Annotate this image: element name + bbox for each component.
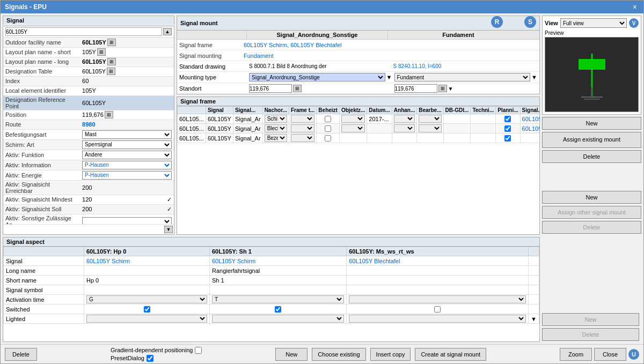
bottom-new-button[interactable]: New: [275, 348, 308, 361]
standort-input1[interactable]: [249, 84, 292, 93]
signal-mounting-row: Signal mounting Fundament: [177, 50, 539, 61]
assign-other-button[interactable]: Assign other signal mount: [542, 206, 641, 219]
view-dropdown[interactable]: Full view Simple view: [560, 18, 627, 28]
frame-row2-planni[interactable]: [504, 125, 511, 132]
standard-drawing-val2: S 8240.11.10, l=600: [393, 63, 538, 69]
switched-3[interactable]: [434, 306, 441, 313]
standort-btn2[interactable]: ⊞: [438, 85, 447, 92]
activation-time-1[interactable]: G: [86, 295, 207, 303]
switched-2[interactable]: [275, 306, 281, 313]
table-row: Route 8980: [3, 120, 174, 129]
aspect-signal-val3: 60L105Y Blechtafel: [347, 256, 529, 266]
zoom-button[interactable]: Zoom: [560, 348, 592, 361]
layout-short-btn[interactable]: ⊞: [97, 48, 106, 56]
insert-copy-button[interactable]: Insert copy: [370, 348, 411, 361]
outdoor-facility-btn[interactable]: ⊞: [107, 39, 116, 46]
signal-id-input[interactable]: [5, 27, 162, 36]
signalsicht-erreichbar-value: 200: [82, 184, 92, 191]
badge-u: U: [628, 349, 639, 360]
frame-row1-nachor[interactable]: Schi: [265, 115, 287, 123]
signal-aspect-header: Signal aspect: [3, 237, 539, 247]
preset-label: PresetDialog: [111, 355, 144, 361]
mount-new-button[interactable]: New: [542, 117, 641, 130]
frame-row1-anhan[interactable]: [394, 115, 415, 123]
signal-aspect-panel: Signal aspect 60L105Y: Hp 0 60L105Y: Sh …: [3, 237, 540, 342]
table-row: Aktiv: Funktion Andere: [3, 150, 174, 160]
frame-row2-objekt[interactable]: [341, 124, 365, 132]
view-section: View Full view Simple view V Preview: [542, 16, 641, 115]
lighted-1[interactable]: [86, 315, 207, 323]
gradient-label: Gradient-dependent positioning: [111, 347, 193, 353]
aktiv-information-select[interactable]: P-Hausen: [82, 161, 172, 169]
mounting-type-select2[interactable]: Fundament: [394, 73, 531, 81]
layout-long-btn[interactable]: ⊞: [107, 58, 116, 65]
table-row: 60L105... 60L105Y Signal_Ar Blecl: [178, 124, 540, 133]
position-btn[interactable]: ⊞: [105, 111, 113, 118]
switched-1[interactable]: [144, 306, 150, 313]
frame-row3-nachor[interactable]: Beze: [265, 134, 287, 142]
aspect-shortname-val1: Hp 0: [84, 276, 210, 285]
aspect-new-button[interactable]: New: [542, 313, 639, 326]
sonstige-select[interactable]: [82, 217, 172, 225]
signal-frame-value: 60L105Y Schirm, 60L105Y Blechtafel: [244, 42, 537, 48]
route-value: 8980: [82, 121, 95, 128]
aktiv-energie-select[interactable]: P-Hausen: [82, 171, 172, 180]
frame-row2-nachor[interactable]: Blecl: [265, 124, 287, 132]
frame-row1-check[interactable]: [325, 116, 331, 122]
activation-time-2[interactable]: T: [212, 295, 344, 303]
frame-row2-check[interactable]: [325, 125, 331, 132]
create-at-signal-mount-button[interactable]: Create at signal mount: [415, 348, 486, 361]
aspect-signal-val1: 60L105Y Schirm: [84, 256, 210, 266]
bottom-buttons-bar: Delete Gradient-dependent positioning Pr…: [1, 344, 643, 363]
frame-row3-frame[interactable]: [291, 134, 314, 142]
lighted-3[interactable]: [349, 315, 526, 323]
frame-row1-objekt[interactable]: [341, 115, 365, 123]
frame-delete-button[interactable]: Delete: [542, 221, 641, 234]
frame-table: Signal Signal... Nachor... Frame t... Be…: [177, 106, 539, 143]
frame-row3-planni[interactable]: [504, 135, 511, 142]
mount-col2-header: Fundament: [388, 31, 529, 39]
gradient-checkbox[interactable]: [195, 347, 202, 354]
preset-checkbox[interactable]: [147, 355, 153, 362]
preview-signal: [579, 59, 605, 70]
close-button[interactable]: Close: [594, 348, 626, 361]
table-row: Layout plan name - long 60L105Y⊞: [3, 57, 174, 66]
index-value: 60: [82, 78, 89, 84]
signal-scroll-up[interactable]: ▲: [163, 28, 172, 35]
frame-new-button[interactable]: New: [542, 191, 641, 204]
frame-action-buttons: New Assign other signal mount Delete: [542, 191, 641, 235]
schirm-art-select[interactable]: Sperrsignal: [82, 140, 172, 149]
mounting-type-select1[interactable]: Signal_Anordnung_Sonstige: [249, 73, 385, 81]
mount-col1-header: Signal_Anordnung_Sonstige: [247, 31, 388, 39]
aspect-delete-button[interactable]: Delete: [542, 328, 639, 341]
frame-row2-frame[interactable]: [291, 124, 314, 132]
assign-existing-button[interactable]: Assign existing mount: [542, 132, 641, 148]
activation-time-3[interactable]: [349, 295, 526, 303]
frame-row3-check[interactable]: [325, 135, 331, 142]
aktiv-funktion-select[interactable]: Andere: [82, 151, 172, 159]
signal-scroll-down[interactable]: ▼: [164, 226, 173, 233]
table-row: Befestigungsart Mast: [3, 129, 174, 139]
view-label: View: [545, 20, 558, 26]
mount-delete-button[interactable]: Delete: [542, 150, 641, 163]
frame-table-container: Signal Signal... Nachor... Frame t... Be…: [177, 106, 539, 234]
bottom-delete-button[interactable]: Delete: [5, 348, 37, 361]
frame-row2-bearbe[interactable]: [419, 124, 441, 132]
frame-row2-anhan[interactable]: [394, 124, 415, 132]
main-window: Signals - EPU × Signal ▲ Outdoor facilit…: [0, 0, 644, 364]
standort-input2[interactable]: [394, 84, 437, 93]
frame-row1-planni[interactable]: [504, 116, 511, 122]
frame-row1-bearbe[interactable]: [419, 115, 441, 123]
designation-table-btn[interactable]: ⊞: [107, 68, 115, 75]
choose-existing-button[interactable]: Choose existing: [312, 348, 365, 361]
frame-row1-frame[interactable]: [291, 115, 314, 123]
badge-r: R: [491, 16, 503, 28]
table-row: Aktiv: Sonstige Zulässige An...: [3, 214, 174, 224]
befestigungsart-select[interactable]: Mast: [82, 130, 172, 139]
lighted-2[interactable]: [212, 315, 344, 323]
aspect-shortname-val2: Sh 1: [210, 276, 347, 285]
table-row: Signal 60L105Y Schirm 60L105Y Schirm 60L…: [4, 256, 539, 266]
standort-btn1[interactable]: ⊞: [293, 85, 302, 92]
preview-box: [545, 37, 639, 112]
close-window-button[interactable]: ×: [631, 3, 639, 11]
